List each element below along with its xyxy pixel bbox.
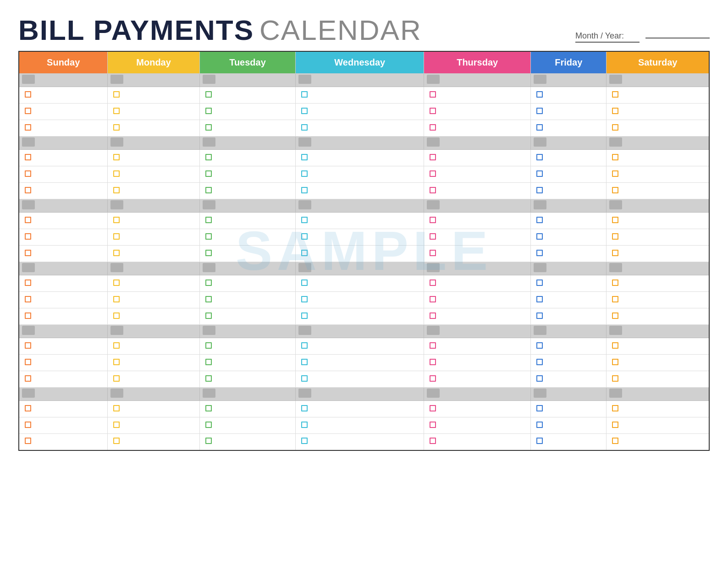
- entry-cell[interactable]: [424, 434, 531, 450]
- entry-cell[interactable]: [424, 338, 531, 355]
- checkbox[interactable]: [536, 296, 543, 302]
- entry-cell[interactable]: [296, 104, 424, 120]
- checkbox[interactable]: [430, 342, 436, 349]
- entry-cell[interactable]: [531, 246, 607, 262]
- entry-cell[interactable]: [199, 401, 296, 417]
- entry-cell[interactable]: [199, 104, 296, 120]
- checkbox[interactable]: [205, 359, 212, 365]
- checkbox[interactable]: [25, 359, 31, 365]
- checkbox[interactable]: [430, 375, 436, 382]
- entry-cell[interactable]: [296, 87, 424, 104]
- checkbox[interactable]: [205, 250, 212, 256]
- checkbox[interactable]: [612, 422, 618, 428]
- checkbox[interactable]: [113, 233, 120, 240]
- checkbox[interactable]: [430, 233, 436, 240]
- entry-cell[interactable]: [19, 292, 108, 308]
- checkbox[interactable]: [430, 108, 436, 114]
- checkbox[interactable]: [25, 217, 31, 223]
- checkbox[interactable]: [612, 124, 618, 131]
- entry-cell[interactable]: [19, 401, 108, 417]
- checkbox[interactable]: [301, 154, 308, 160]
- checkbox[interactable]: [430, 217, 436, 223]
- checkbox[interactable]: [612, 296, 618, 302]
- entry-cell[interactable]: [607, 166, 709, 183]
- checkbox[interactable]: [430, 422, 436, 428]
- checkbox[interactable]: [205, 124, 212, 131]
- checkbox[interactable]: [113, 312, 120, 319]
- entry-cell[interactable]: [199, 371, 296, 388]
- checkbox[interactable]: [301, 124, 308, 131]
- checkbox[interactable]: [205, 405, 212, 411]
- entry-cell[interactable]: [108, 166, 199, 183]
- entry-cell[interactable]: [199, 434, 296, 450]
- checkbox[interactable]: [536, 438, 543, 444]
- checkbox[interactable]: [301, 187, 308, 193]
- entry-cell[interactable]: [424, 292, 531, 308]
- checkbox[interactable]: [430, 124, 436, 131]
- checkbox[interactable]: [536, 233, 543, 240]
- entry-cell[interactable]: [108, 434, 199, 450]
- checkbox[interactable]: [113, 124, 120, 131]
- entry-cell[interactable]: [19, 229, 108, 246]
- entry-cell[interactable]: [108, 183, 199, 199]
- checkbox[interactable]: [536, 312, 543, 319]
- checkbox[interactable]: [612, 312, 618, 319]
- entry-cell[interactable]: [108, 87, 199, 104]
- checkbox[interactable]: [113, 170, 120, 177]
- checkbox[interactable]: [612, 217, 618, 223]
- checkbox[interactable]: [301, 296, 308, 302]
- checkbox[interactable]: [205, 154, 212, 160]
- checkbox[interactable]: [25, 280, 31, 286]
- entry-cell[interactable]: [19, 308, 108, 325]
- checkbox[interactable]: [301, 422, 308, 428]
- entry-cell[interactable]: [296, 338, 424, 355]
- entry-cell[interactable]: [296, 371, 424, 388]
- entry-cell[interactable]: [424, 275, 531, 292]
- checkbox[interactable]: [25, 250, 31, 256]
- entry-cell[interactable]: [531, 308, 607, 325]
- checkbox[interactable]: [612, 405, 618, 411]
- entry-cell[interactable]: [199, 87, 296, 104]
- entry-cell[interactable]: [531, 87, 607, 104]
- entry-cell[interactable]: [108, 120, 199, 137]
- checkbox[interactable]: [113, 280, 120, 286]
- entry-cell[interactable]: [531, 104, 607, 120]
- checkbox[interactable]: [301, 233, 308, 240]
- checkbox[interactable]: [205, 91, 212, 98]
- entry-cell[interactable]: [531, 292, 607, 308]
- checkbox[interactable]: [25, 91, 31, 98]
- checkbox[interactable]: [205, 280, 212, 286]
- entry-cell[interactable]: [199, 308, 296, 325]
- entry-cell[interactable]: [199, 275, 296, 292]
- checkbox[interactable]: [205, 296, 212, 302]
- checkbox[interactable]: [612, 438, 618, 444]
- entry-cell[interactable]: [607, 371, 709, 388]
- entry-cell[interactable]: [19, 183, 108, 199]
- entry-cell[interactable]: [19, 120, 108, 137]
- entry-cell[interactable]: [607, 434, 709, 450]
- entry-cell[interactable]: [607, 229, 709, 246]
- checkbox[interactable]: [25, 375, 31, 382]
- checkbox[interactable]: [536, 170, 543, 177]
- checkbox[interactable]: [612, 187, 618, 193]
- checkbox[interactable]: [612, 233, 618, 240]
- checkbox[interactable]: [113, 422, 120, 428]
- checkbox[interactable]: [25, 342, 31, 349]
- checkbox[interactable]: [205, 187, 212, 193]
- checkbox[interactable]: [301, 342, 308, 349]
- entry-cell[interactable]: [607, 183, 709, 199]
- entry-cell[interactable]: [296, 246, 424, 262]
- checkbox[interactable]: [536, 108, 543, 114]
- entry-cell[interactable]: [19, 434, 108, 450]
- entry-cell[interactable]: [199, 292, 296, 308]
- entry-cell[interactable]: [531, 275, 607, 292]
- entry-cell[interactable]: [296, 150, 424, 166]
- entry-cell[interactable]: [424, 417, 531, 434]
- entry-cell[interactable]: [199, 166, 296, 183]
- checkbox[interactable]: [612, 170, 618, 177]
- entry-cell[interactable]: [108, 292, 199, 308]
- month-year-value[interactable]: [645, 37, 710, 38]
- checkbox[interactable]: [25, 154, 31, 160]
- checkbox[interactable]: [301, 359, 308, 365]
- entry-cell[interactable]: [19, 246, 108, 262]
